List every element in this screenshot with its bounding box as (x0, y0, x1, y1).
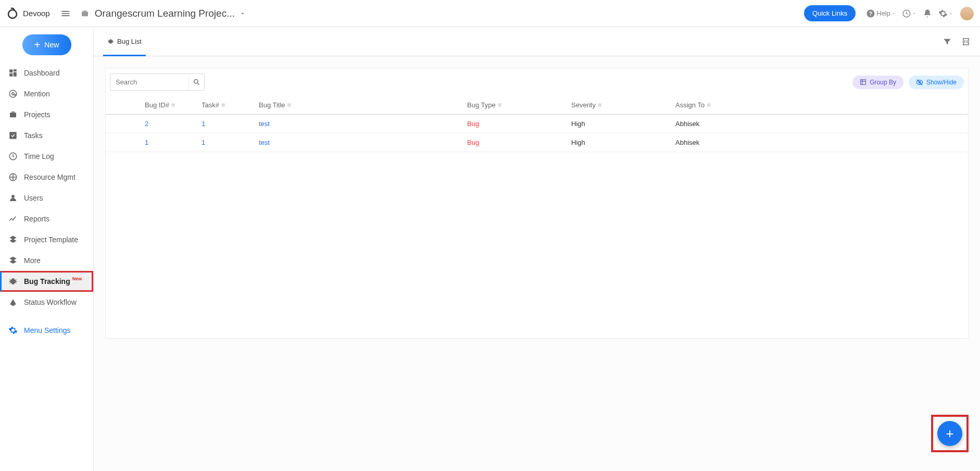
th-type[interactable]: Bug Type≡ (460, 96, 564, 115)
th-bug-id[interactable]: Bug ID#≡ (106, 96, 194, 115)
sort-icon: ≡ (171, 101, 175, 109)
timelog-icon (8, 152, 18, 161)
sidebar-item-dashboard[interactable]: Dashboard (0, 63, 93, 83)
search-wrap (110, 73, 205, 91)
topbar: Devoop Orangescrum Learning Projec... Qu… (0, 0, 980, 27)
group-by-label: Group By (870, 79, 896, 86)
svg-text:?: ? (869, 10, 872, 16)
show-hide-button[interactable]: Show/Hide (909, 76, 964, 89)
sidebar-item-label: Bug Tracking (24, 277, 70, 286)
bug-id-link[interactable]: 2 (145, 120, 148, 128)
sidebar-item-projects[interactable]: Projects (0, 104, 93, 125)
mention-icon (8, 89, 18, 98)
task-link[interactable]: 1 (202, 139, 205, 146)
workflow-icon (8, 298, 18, 307)
plus-icon: + (946, 426, 953, 442)
briefcase-icon (80, 9, 90, 18)
svg-point-10 (194, 80, 198, 84)
projects-icon (8, 110, 18, 119)
panel-toolbar: Group By Show/Hide (106, 68, 968, 96)
avatar[interactable] (960, 7, 974, 20)
sidebar-item-project-template[interactable]: Project Template (0, 229, 93, 250)
sort-icon: ≡ (707, 101, 711, 109)
sidebar-item-tasks[interactable]: Tasks (0, 125, 93, 146)
sidebar-item-more[interactable]: More (0, 250, 93, 271)
group-icon (860, 79, 866, 85)
sidebar-item-resource-mgmt[interactable]: Resource Mgmt (0, 167, 93, 188)
sidebar-item-label: Resource Mgmt (24, 173, 76, 181)
sidebar-item-mention[interactable]: Mention (0, 83, 93, 104)
group-by-button[interactable]: Group By (852, 76, 903, 89)
eye-off-icon (916, 79, 923, 86)
gear-icon (8, 326, 18, 335)
gear-icon[interactable] (938, 9, 953, 18)
new-badge: New (72, 276, 82, 281)
menu-settings-label: Menu Settings (24, 326, 71, 334)
sidebar: + New DashboardMentionProjectsTasksTime … (0, 27, 94, 471)
add-bug-fab[interactable]: + (937, 421, 962, 446)
sidebar-item-label: Project Template (24, 236, 78, 244)
new-button-label: New (44, 41, 59, 49)
help-label: Help (876, 9, 890, 17)
sidebar-item-label: Time Log (24, 152, 54, 160)
new-button[interactable]: + New (22, 34, 71, 55)
sidebar-item-users[interactable]: Users (0, 188, 93, 208)
svg-point-0 (8, 10, 17, 18)
sidebar-item-label: Status Workflow (24, 298, 77, 306)
svg-rect-11 (861, 80, 866, 85)
bug-icon (8, 277, 18, 286)
sidebar-item-status-workflow[interactable]: Status Workflow (0, 292, 93, 313)
quick-links-button[interactable]: Quick Links (804, 5, 856, 21)
sidebar-item-label: Reports (24, 215, 49, 223)
template-icon (8, 235, 18, 244)
more-icon (8, 256, 18, 265)
bug-title-link[interactable]: test (259, 139, 270, 146)
bug-id-link[interactable]: 1 (145, 139, 148, 146)
help-button[interactable]: ? Help (866, 9, 896, 18)
sidebar-item-label: Projects (24, 110, 51, 119)
severity-value: High (571, 120, 585, 128)
project-name[interactable]: Orangescrum Learning Projec... (95, 8, 235, 19)
clock-icon[interactable] (902, 9, 916, 18)
bug-table: Bug ID#≡ Task#≡ Bug Title≡ Bug Type≡ Sev… (106, 96, 968, 152)
export-icon[interactable] (961, 37, 971, 46)
menu-settings-link[interactable]: Menu Settings (0, 320, 93, 341)
bug-title-link[interactable]: test (259, 120, 270, 128)
menu-toggle-icon[interactable] (60, 8, 71, 19)
workspace-name[interactable]: Devoop (23, 9, 50, 18)
sidebar-item-label: Tasks (24, 131, 43, 140)
bell-icon[interactable] (923, 9, 932, 18)
th-title[interactable]: Bug Title≡ (252, 96, 460, 115)
tasks-icon (8, 131, 18, 140)
sidebar-item-bug-tracking[interactable]: Bug TrackingNew (0, 271, 93, 292)
sidebar-item-reports[interactable]: Reports (0, 208, 93, 229)
bug-icon (107, 38, 114, 45)
sidebar-item-time-log[interactable]: Time Log (0, 146, 93, 167)
main: Bug List (94, 27, 980, 471)
assign-value: Abhisek (675, 120, 699, 128)
assign-value: Abhisek (675, 139, 699, 146)
th-severity[interactable]: Severity≡ (564, 96, 668, 115)
reports-icon (8, 214, 18, 224)
resource-icon (8, 172, 18, 182)
sidebar-item-label: Mention (24, 90, 50, 98)
filter-icon[interactable] (943, 37, 952, 46)
th-task[interactable]: Task#≡ (194, 96, 252, 115)
table-row: 11testBugHighAbhisek (106, 133, 968, 152)
svg-rect-6 (9, 132, 17, 139)
th-assign[interactable]: Assign To≡ (668, 96, 968, 115)
sort-icon: ≡ (221, 101, 225, 109)
search-icon[interactable] (189, 74, 204, 90)
search-input[interactable] (110, 74, 189, 90)
bug-panel: Group By Show/Hide Bug ID#≡ Task#≡ Bug T… (105, 68, 969, 339)
tab-bug-list[interactable]: Bug List (103, 27, 146, 56)
plus-icon: + (34, 40, 41, 50)
show-hide-label: Show/Hide (926, 79, 957, 86)
bug-type-value: Bug (467, 120, 479, 128)
sidebar-item-label: More (24, 256, 41, 265)
chevron-down-icon[interactable] (239, 10, 246, 17)
task-link[interactable]: 1 (202, 120, 205, 128)
tabbar: Bug List (94, 27, 980, 56)
sort-icon: ≡ (287, 101, 292, 109)
severity-value: High (571, 139, 585, 146)
